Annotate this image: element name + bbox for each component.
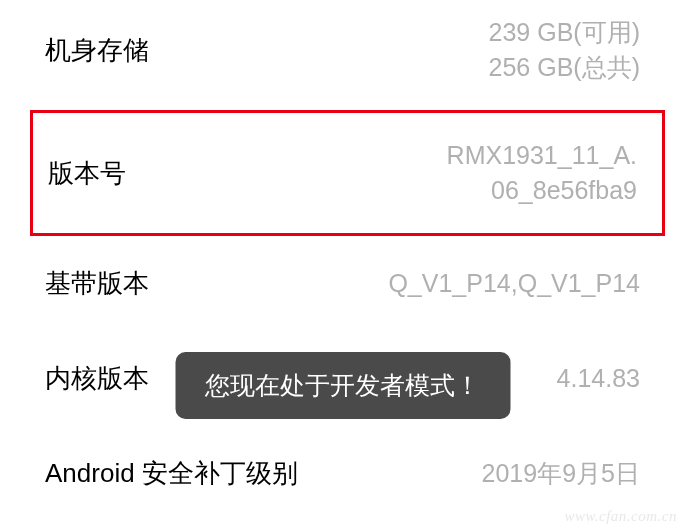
setting-label: 版本号: [48, 156, 126, 191]
setting-value: RMX1931_11_A.06_8e56fba9: [447, 138, 637, 208]
setting-item-build-number[interactable]: 版本号 RMX1931_11_A.06_8e56fba9: [30, 110, 665, 236]
setting-item-storage[interactable]: 机身存储 239 GB(可用) 256 GB(总共): [0, 0, 685, 110]
setting-label: 机身存储: [45, 33, 149, 68]
setting-value: 239 GB(可用) 256 GB(总共): [489, 15, 640, 85]
setting-value: Q_V1_P14,Q_V1_P14: [388, 266, 640, 301]
setting-label: 内核版本: [45, 361, 149, 396]
setting-value: 4.14.83: [557, 361, 640, 396]
toast-message: 您现在处于开发者模式！: [205, 371, 480, 399]
watermark-text: www.cfan.com.cn: [564, 508, 677, 525]
setting-item-security-patch[interactable]: Android 安全补丁级别 2019年9月5日: [0, 426, 685, 521]
settings-list: 机身存储 239 GB(可用) 256 GB(总共) 版本号 RMX1931_1…: [0, 0, 685, 521]
setting-label: Android 安全补丁级别: [45, 456, 298, 491]
setting-label: 基带版本: [45, 266, 149, 301]
setting-item-baseband[interactable]: 基带版本 Q_V1_P14,Q_V1_P14: [0, 236, 685, 331]
setting-value: 2019年9月5日: [482, 456, 640, 491]
toast-notification: 您现在处于开发者模式！: [175, 352, 510, 419]
